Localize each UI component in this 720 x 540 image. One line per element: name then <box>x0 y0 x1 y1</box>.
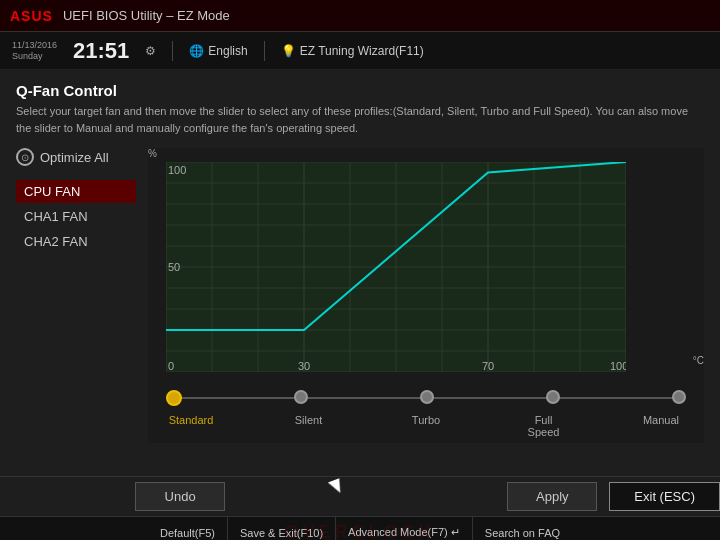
fan-chart-container: % °C Standard Si <box>148 148 704 443</box>
profile-labels: Standard Silent Turbo Full Speed Manual <box>166 414 686 438</box>
asus-logo: ASUS <box>10 8 53 24</box>
label-fullspeed: Full Speed <box>519 414 569 438</box>
bottombar: OVERCLOCK Default(F5) Save & Exit(F10) A… <box>0 516 720 540</box>
clockbar: 11/13/2016 Sunday 21:51 ⚙ 🌐 English 💡 EZ… <box>0 32 720 70</box>
clock-display: 21:51 <box>73 38 129 64</box>
fan-chart-area: % °C <box>148 148 704 378</box>
apply-button[interactable]: Apply <box>507 482 597 511</box>
advanced-mode-button[interactable]: Advanced Mode(F7) ↵ <box>336 517 473 540</box>
undo-button[interactable]: Undo <box>135 482 225 511</box>
profile-slider-area: Standard Silent Turbo Full Speed Manual <box>148 386 704 438</box>
label-silent: Silent <box>284 414 334 438</box>
profile-dot-standard[interactable] <box>166 390 182 406</box>
ez-tuning-wizard[interactable]: 💡 EZ Tuning Wizard(F11) <box>281 44 424 58</box>
optimize-all-button[interactable]: ⊙ Optimize All <box>16 148 136 166</box>
label-turbo: Turbo <box>401 414 451 438</box>
divider <box>172 41 173 61</box>
date-display: 11/13/2016 Sunday <box>12 40 57 62</box>
language-selector[interactable]: 🌐 English <box>189 44 247 58</box>
label-manual: Manual <box>636 414 686 438</box>
profile-dot-manual[interactable] <box>672 390 686 404</box>
profile-dot-silent[interactable] <box>294 390 308 404</box>
wizard-icon: 💡 <box>281 44 296 58</box>
divider <box>264 41 265 61</box>
exit-button[interactable]: Exit (ESC) <box>609 482 720 511</box>
qfan-title: Q-Fan Control <box>16 82 704 99</box>
optimize-icon: ⊙ <box>16 148 34 166</box>
qfan-description: Select your target fan and then move the… <box>16 103 704 136</box>
search-faq-button[interactable]: Search on FAQ <box>473 517 572 540</box>
save-exit-button[interactable]: Save & Exit(F10) <box>228 517 336 540</box>
main-content: Q-Fan Control Select your target fan and… <box>0 70 720 476</box>
topbar: ASUS UEFI BIOS Utility – EZ Mode <box>0 0 720 32</box>
x-axis-label: °C <box>693 355 704 366</box>
profile-dot-fullspeed[interactable] <box>546 390 560 404</box>
y-axis-label: % <box>148 148 157 159</box>
profile-dot-turbo[interactable] <box>420 390 434 404</box>
button-bar: Undo Apply Exit (ESC) <box>0 476 720 516</box>
content-area: ⊙ Optimize All CPU FAN CHA1 FAN CHA2 FAN… <box>16 148 704 443</box>
fan-item-cha1[interactable]: CHA1 FAN <box>16 205 136 228</box>
gear-icon[interactable]: ⚙ <box>145 44 156 58</box>
fan-item-cpu[interactable]: CPU FAN <box>16 180 136 203</box>
default-f5-button[interactable]: Default(F5) <box>148 517 228 540</box>
bios-title: UEFI BIOS Utility – EZ Mode <box>63 8 230 23</box>
label-standard: Standard <box>166 414 216 438</box>
fan-list: ⊙ Optimize All CPU FAN CHA1 FAN CHA2 FAN <box>16 148 136 443</box>
fan-curve-canvas <box>166 162 626 372</box>
fan-item-cha2[interactable]: CHA2 FAN <box>16 230 136 253</box>
profile-slider[interactable] <box>166 386 686 410</box>
globe-icon: 🌐 <box>189 44 204 58</box>
